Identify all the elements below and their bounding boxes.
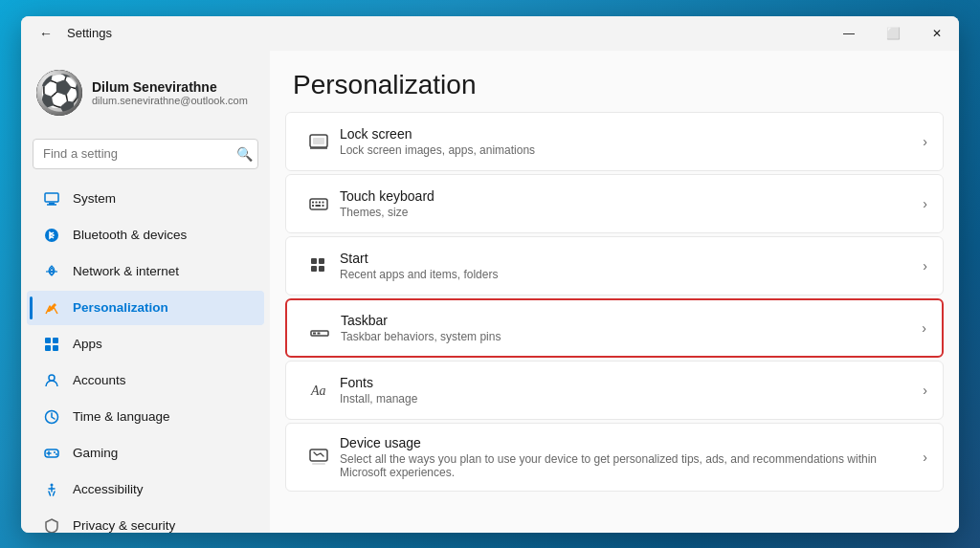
back-button[interactable]: ← (33, 20, 59, 47)
svg-rect-0 (45, 193, 58, 202)
gaming-icon (42, 444, 61, 463)
svg-rect-35 (313, 332, 316, 334)
user-info: Dilum Senevirathne dilum.senevirathne@ou… (92, 79, 248, 106)
device-usage-text: Device usage Select all the ways you pla… (340, 435, 915, 479)
settings-window: ← Settings — ⬜ ✕ Dilum Senevirathne dilu… (21, 16, 959, 533)
svg-text:Aa: Aa (310, 384, 326, 398)
apps-icon (42, 335, 61, 354)
svg-rect-27 (312, 205, 314, 207)
sidebar-item-gaming[interactable]: Gaming (27, 436, 264, 471)
sidebar-item-accessibility-label: Accessibility (73, 482, 144, 496)
sidebar-item-time[interactable]: Time & language (27, 400, 264, 434)
device-usage-title: Device usage (340, 435, 915, 450)
personalization-icon (42, 298, 61, 318)
svg-point-15 (56, 453, 57, 455)
svg-point-3 (45, 229, 58, 242)
svg-rect-20 (313, 138, 324, 144)
avatar (36, 70, 82, 116)
taskbar-icon (302, 318, 337, 339)
taskbar-chevron: › (922, 320, 926, 336)
svg-rect-32 (311, 266, 317, 272)
svg-rect-30 (311, 258, 317, 264)
accessibility-icon (42, 480, 61, 499)
settings-item-device-usage[interactable]: Device usage Select all the ways you pla… (285, 423, 944, 492)
sidebar-item-apps[interactable]: Apps (27, 327, 264, 362)
svg-rect-5 (45, 338, 51, 343)
start-title: Start (340, 251, 915, 266)
lock-screen-text: Lock screen Lock screen images, apps, an… (340, 126, 915, 157)
sidebar-item-time-label: Time & language (73, 409, 170, 424)
svg-rect-39 (312, 463, 325, 465)
svg-rect-28 (316, 205, 322, 207)
sidebar-item-network[interactable]: Network & internet (27, 254, 264, 289)
taskbar-desc: Taskbar behaviors, system pins (341, 330, 914, 343)
fonts-text: Fonts Install, manage (340, 375, 915, 406)
maximize-button[interactable]: ⬜ (871, 16, 915, 51)
svg-rect-7 (45, 345, 51, 351)
search-box: 🔍 (33, 139, 258, 169)
svg-rect-8 (53, 345, 58, 351)
titlebar: ← Settings — ⬜ ✕ (21, 16, 959, 51)
fonts-icon: Aa (301, 380, 336, 401)
sidebar-item-privacy[interactable]: Privacy & security (27, 509, 264, 533)
taskbar-title: Taskbar (341, 313, 914, 328)
user-email: dilum.senevirathne@outlook.com (92, 95, 248, 106)
accounts-icon (42, 371, 61, 390)
fonts-title: Fonts (340, 375, 915, 390)
minimize-button[interactable]: — (827, 16, 871, 51)
user-name: Dilum Senevirathne (92, 79, 248, 95)
content-area: Dilum Senevirathne dilum.senevirathne@ou… (21, 51, 959, 533)
privacy-icon (42, 516, 61, 533)
start-desc: Recent apps and items, folders (340, 268, 915, 281)
device-usage-desc: Select all the ways you plan to use your… (340, 452, 915, 479)
sidebar-item-personalization[interactable]: Personalization (27, 291, 264, 325)
sidebar-item-bluetooth-label: Bluetooth & devices (73, 228, 187, 242)
svg-rect-24 (316, 201, 318, 203)
touch-keyboard-chevron: › (923, 196, 927, 211)
taskbar-text: Taskbar Taskbar behaviors, system pins (341, 313, 914, 343)
svg-rect-23 (312, 201, 314, 203)
settings-item-taskbar[interactable]: Taskbar Taskbar behaviors, system pins › (285, 298, 944, 358)
svg-rect-22 (310, 199, 327, 209)
sidebar-item-system-label: System (73, 191, 116, 206)
start-icon (301, 255, 336, 276)
touch-keyboard-desc: Themes, size (340, 206, 915, 219)
fonts-desc: Install, manage (340, 392, 915, 406)
fonts-chevron: › (923, 383, 927, 398)
settings-item-lock-screen[interactable]: Lock screen Lock screen images, apps, an… (285, 112, 944, 171)
user-profile[interactable]: Dilum Senevirathne dilum.senevirathne@ou… (21, 58, 270, 127)
search-input[interactable] (33, 139, 258, 169)
settings-item-fonts[interactable]: Aa Fonts Install, manage › (285, 361, 944, 420)
page-title: Personalization (270, 51, 959, 112)
bluetooth-icon (42, 226, 61, 245)
lock-screen-chevron: › (923, 134, 927, 149)
system-icon (42, 189, 61, 208)
start-text: Start Recent apps and items, folders (340, 251, 915, 281)
close-button[interactable]: ✕ (915, 16, 959, 51)
main-content: Personalization Lock screen Lock screen … (270, 51, 959, 533)
sidebar-item-accessibility[interactable]: Accessibility (27, 472, 264, 507)
sidebar-item-network-label: Network & internet (73, 264, 179, 278)
window-controls: — ⬜ ✕ (827, 16, 959, 51)
svg-point-9 (49, 375, 55, 381)
settings-item-start[interactable]: Start Recent apps and items, folders › (285, 236, 944, 296)
start-chevron: › (923, 258, 927, 274)
sidebar-item-privacy-label: Privacy & security (73, 518, 175, 533)
settings-item-touch-keyboard[interactable]: Touch keyboard Themes, size › (285, 174, 944, 233)
network-icon (42, 262, 61, 281)
active-indicator (30, 296, 33, 319)
svg-rect-6 (53, 338, 58, 343)
device-usage-icon (301, 447, 336, 468)
sidebar-item-system[interactable]: System (27, 182, 264, 216)
settings-list: Lock screen Lock screen images, apps, an… (270, 112, 959, 492)
svg-rect-36 (318, 332, 321, 334)
search-icon[interactable]: 🔍 (236, 146, 253, 162)
svg-point-16 (51, 483, 54, 486)
sidebar-item-accounts[interactable]: Accounts (27, 363, 264, 398)
svg-rect-38 (310, 449, 327, 461)
sidebar-item-personalization-label: Personalization (73, 300, 168, 315)
touch-keyboard-text: Touch keyboard Themes, size (340, 188, 915, 219)
svg-rect-25 (319, 201, 321, 203)
svg-rect-31 (319, 258, 324, 264)
sidebar-item-bluetooth[interactable]: Bluetooth & devices (27, 218, 264, 252)
